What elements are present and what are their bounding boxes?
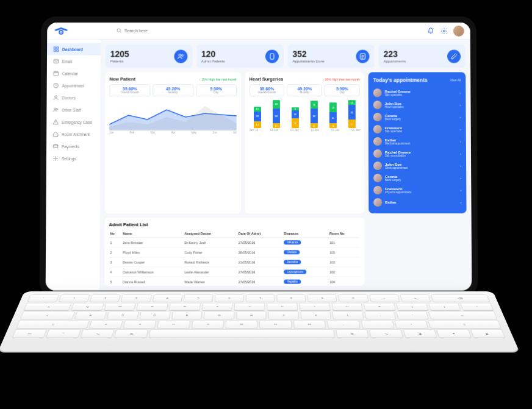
sidebar-item-calendar[interactable]: Calendar bbox=[47, 67, 101, 79]
table-cell: Influenza bbox=[282, 238, 328, 247]
sidebar-item-doctors[interactable]: Doctors bbox=[47, 91, 101, 104]
avatar bbox=[373, 101, 382, 109]
appointment-item[interactable]: FransiscoSkin specialist› bbox=[373, 123, 461, 135]
view-all-link[interactable]: View All bbox=[450, 78, 461, 82]
keyboard-key: ⌃ bbox=[46, 329, 81, 338]
sidebar-item-payments[interactable]: Payments bbox=[46, 140, 100, 152]
table-cell: 27/05/2016 bbox=[237, 277, 283, 286]
keyboard-key: O bbox=[331, 303, 363, 310]
sidebar-item-appointment[interactable]: Appointment bbox=[47, 79, 101, 91]
appointment-sub: Skin consultation bbox=[385, 154, 457, 157]
table-cell: 102 bbox=[328, 267, 361, 277]
keyboard-key: E bbox=[136, 303, 168, 310]
appointment-item[interactable]: ConnieBack surgery› bbox=[373, 111, 461, 123]
user-avatar[interactable] bbox=[453, 25, 464, 36]
stat-card-appointments[interactable]: 223Appointments bbox=[379, 44, 466, 68]
appointment-item[interactable]: EstherMedical appointment› bbox=[373, 135, 461, 148]
stat-value: 352 bbox=[292, 49, 325, 59]
bar-column: 163010 bbox=[311, 101, 318, 128]
keyboard-key: N bbox=[260, 320, 292, 328]
stat-label: Appointments bbox=[384, 60, 406, 63]
avatar bbox=[373, 149, 382, 158]
table-cell: 28/05/2016 bbox=[237, 247, 283, 257]
stat-value: 1205 bbox=[110, 49, 129, 59]
svg-point-3 bbox=[443, 30, 445, 32]
table-row[interactable]: 3Bessie CooperRonald Richards21/05/2016J… bbox=[109, 257, 360, 267]
chevron-right-icon: › bbox=[460, 176, 461, 180]
sidebar-item-email[interactable]: Email bbox=[47, 55, 101, 68]
table-row[interactable]: 2Floyd MilesCody Fisher28/05/2016Cholera… bbox=[109, 247, 360, 257]
keyboard-key: M bbox=[293, 320, 326, 328]
search-input[interactable] bbox=[124, 29, 198, 33]
table-row[interactable]: 1Jens BrinckerDr.Kenny Josh27/05/2016Inf… bbox=[109, 238, 360, 247]
avatar bbox=[373, 174, 382, 182]
sidebar-item-room-allotment[interactable]: Room Allotment bbox=[46, 128, 100, 140]
keyboard-key: ; bbox=[364, 311, 396, 319]
svg-point-13 bbox=[56, 108, 58, 110]
bar-segment: 10 bbox=[254, 107, 261, 112]
table-cell: 5 bbox=[109, 277, 121, 286]
table-cell: 21/05/2016 bbox=[237, 257, 283, 267]
table-cell: 2 bbox=[109, 247, 121, 257]
search-icon bbox=[117, 27, 122, 34]
bar-column: 183010 bbox=[273, 100, 280, 128]
clock-icon bbox=[53, 82, 59, 88]
patient-table: NoNameAssigned DoctorDate Of AdmitDiseas… bbox=[109, 230, 361, 285]
appointment-item[interactable]: ConnieBack surgery› bbox=[373, 172, 461, 184]
bar-segment: 16 bbox=[292, 110, 299, 118]
appointment-item[interactable]: John DoeClinic appointment› bbox=[373, 160, 461, 172]
keyboard-key: U bbox=[267, 303, 298, 310]
sidebar-item-label: Other Staff bbox=[62, 108, 81, 112]
table-cell: Floyd Miles bbox=[121, 247, 183, 257]
disease-pill: Jaundice bbox=[284, 260, 301, 264]
keyboard-key: R bbox=[169, 303, 201, 310]
sidebar-item-emergency-case[interactable]: Emergency Case bbox=[46, 116, 100, 128]
stat-card-admit-patients[interactable]: 120Admit Patients bbox=[196, 44, 283, 68]
bell-icon[interactable] bbox=[426, 26, 435, 35]
appointment-item[interactable]: FransiscoPhysical appointment› bbox=[373, 184, 461, 196]
appointment-item[interactable]: John DoeHeart specialist› bbox=[373, 99, 461, 111]
appointment-item[interactable]: Rachel GreeneSkin consultation› bbox=[373, 148, 461, 160]
keyboard-key: 2 bbox=[90, 294, 121, 302]
chevron-right-icon: › bbox=[460, 201, 461, 204]
stat-label: Admit Patients bbox=[201, 60, 225, 63]
table-header: Assigned Doctor bbox=[183, 230, 237, 238]
table-cell: Cholera bbox=[282, 247, 328, 257]
keyboard-key: 9 bbox=[307, 294, 337, 302]
svg-point-16 bbox=[179, 54, 181, 55]
pen-icon bbox=[447, 49, 461, 63]
chevron-right-icon: › bbox=[460, 115, 461, 119]
keyboard-key: ⇧ bbox=[16, 320, 89, 328]
tablet-frame: DashboardEmailCalendarAppointmentDoctors… bbox=[40, 16, 478, 297]
bar-segment: 16 bbox=[311, 101, 318, 108]
table-row[interactable]: 5Dianne RussellWade Warren27/05/2016Hepa… bbox=[109, 277, 361, 286]
keyboard-key: [ bbox=[396, 303, 429, 310]
table-cell: Jens Brincker bbox=[121, 238, 183, 247]
chart2-title: Heart Surgeries bbox=[250, 76, 284, 82]
chart2-trend: ↓ 20% High than last month bbox=[323, 77, 360, 81]
sidebar-item-settings[interactable]: Settings bbox=[46, 152, 100, 165]
sidebar-item-other-staff[interactable]: Other Staff bbox=[46, 104, 100, 116]
appointment-item[interactable]: Rachel GreeneSkin specialist› bbox=[373, 87, 461, 99]
keyboard-key: X bbox=[123, 320, 157, 328]
appointment-item[interactable]: Esther› bbox=[373, 196, 461, 208]
stat-card-appointments-done[interactable]: 352Appointments Done bbox=[287, 44, 374, 68]
screen: DashboardEmailCalendarAppointmentDoctors… bbox=[46, 23, 472, 291]
svg-rect-4 bbox=[54, 47, 56, 49]
search-bar[interactable] bbox=[117, 27, 422, 34]
table-row[interactable]: 4Cameron WilliamsonLeslie Alexander27/05… bbox=[109, 267, 360, 277]
sidebar-item-dashboard[interactable]: Dashboard bbox=[47, 43, 101, 55]
axis-tick: Jun bbox=[212, 131, 217, 134]
gear-icon[interactable] bbox=[440, 26, 448, 35]
keyboard-key: - bbox=[369, 294, 400, 302]
disease-pill: Cholera bbox=[284, 250, 300, 254]
table-cell: Bessie Cooper bbox=[121, 257, 183, 267]
alert-icon bbox=[52, 119, 59, 125]
table-cell: 3 bbox=[109, 257, 121, 267]
svg-point-17 bbox=[181, 54, 183, 56]
appointment-sub: Medical appointment bbox=[385, 142, 457, 145]
bar-segment: 20 bbox=[292, 118, 299, 128]
home-icon bbox=[52, 131, 59, 137]
stat-card-patients[interactable]: 1205Patients bbox=[106, 44, 192, 68]
appointment-sub: Physical appointment bbox=[385, 191, 457, 194]
